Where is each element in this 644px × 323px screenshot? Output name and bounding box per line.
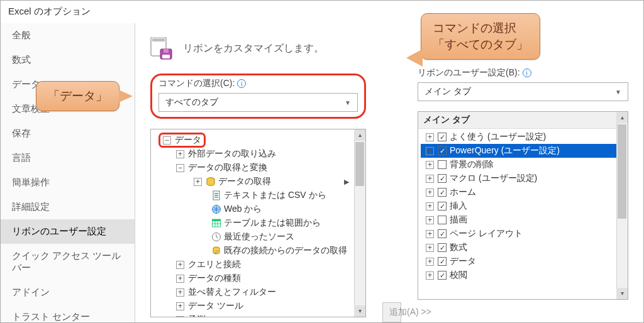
tree-node[interactable]: +✓ページ レイアウト xyxy=(421,227,625,241)
tree-node[interactable]: −データ xyxy=(153,133,363,147)
scroll-up-icon[interactable]: ▴ xyxy=(354,129,365,141)
expand-icon[interactable]: + xyxy=(426,244,434,252)
checkbox[interactable]: ✓ xyxy=(438,174,447,183)
checkbox[interactable]: ✓ xyxy=(438,257,447,266)
scroll-thumb[interactable] xyxy=(355,142,364,186)
tree-node-label: データの種類 xyxy=(188,273,241,284)
choose-commands-combo[interactable]: すべてのタブ ▼ xyxy=(158,93,358,112)
sidebar-item[interactable]: 保存 xyxy=(1,121,135,146)
expand-icon[interactable]: + xyxy=(426,230,434,238)
sidebar-item[interactable]: 簡単操作 xyxy=(1,170,135,195)
tree-node-label: データの取得 xyxy=(218,176,271,187)
sidebar-item[interactable]: トラスト センター xyxy=(1,305,135,323)
sidebar-item[interactable]: アドイン xyxy=(1,280,135,305)
tree-node[interactable]: +データの種類 xyxy=(153,271,363,285)
tree-node[interactable]: 最近使ったソース xyxy=(153,230,363,244)
command-source-group: コマンドの選択(C):i すべてのタブ ▼ xyxy=(150,74,366,119)
tree-node[interactable]: +データ ツール xyxy=(153,299,363,313)
tree-node[interactable]: 既存の接続からのデータの取得 xyxy=(153,244,363,258)
checkbox[interactable]: ✓ xyxy=(438,202,447,211)
scroll-down-icon[interactable]: ▾ xyxy=(354,305,365,317)
scroll-up-icon[interactable]: ▴ xyxy=(616,112,628,123)
chevron-down-icon: ▼ xyxy=(615,89,621,96)
tree-node[interactable]: +データの取得▶ xyxy=(153,175,363,189)
expand-icon[interactable]: + xyxy=(426,189,434,197)
checkbox[interactable]: ✓ xyxy=(438,146,447,155)
add-button[interactable]: 追加(A) >> xyxy=(382,302,401,322)
checkbox[interactable]: ✓ xyxy=(438,133,447,141)
sidebar-item[interactable]: リボンのユーザー設定 xyxy=(1,219,135,244)
sidebar-item[interactable]: 全般 xyxy=(1,23,135,48)
customize-ribbon-combo[interactable]: メイン タブ ▼ xyxy=(418,82,628,101)
customize-ribbon-icon xyxy=(150,37,174,60)
expand-icon[interactable]: + xyxy=(176,316,184,318)
tree-node[interactable]: +✓数式 xyxy=(421,241,625,255)
ribbon-tabs-tree[interactable]: メイン タブ +✓よく使う (ユーザー設定)+✓PowerQuery (ユーザー… xyxy=(418,111,628,300)
expand-icon[interactable]: + xyxy=(426,175,434,183)
tree-node[interactable]: テーブルまたは範囲から xyxy=(153,216,363,230)
annotation-callout-data: 「データ」 xyxy=(36,81,119,111)
tree-node-label: データ xyxy=(450,256,476,267)
expand-icon[interactable]: + xyxy=(426,161,434,169)
scroll-thumb[interactable] xyxy=(618,124,626,219)
tree-node[interactable]: +背景の削除 xyxy=(421,158,625,172)
tree-node-label: ページ レイアウト xyxy=(450,228,523,239)
expand-icon[interactable]: + xyxy=(426,133,434,141)
tree-node[interactable]: +予測 xyxy=(153,313,363,317)
sidebar-item[interactable]: 詳細設定 xyxy=(1,195,135,219)
scrollbar[interactable]: ▴ ▾ xyxy=(354,129,365,317)
expand-icon[interactable]: + xyxy=(194,178,202,186)
expand-icon[interactable]: + xyxy=(426,258,434,266)
chevron-down-icon: ▼ xyxy=(345,99,351,106)
tree-node[interactable]: +並べ替えとフィルター xyxy=(153,285,363,299)
tree-node[interactable]: Web から xyxy=(153,202,363,216)
tree-node[interactable]: +外部データの取り込み xyxy=(153,147,363,161)
expand-icon[interactable]: − xyxy=(176,164,184,172)
checkbox[interactable] xyxy=(438,160,447,169)
svg-rect-7 xyxy=(214,193,218,194)
tree-node[interactable]: +クエリと接続 xyxy=(153,258,363,271)
tree-node[interactable]: +描画 xyxy=(421,213,625,227)
sidebar-item[interactable]: クイック アクセス ツール バー xyxy=(1,244,135,280)
checkbox[interactable]: ✓ xyxy=(438,188,447,197)
tree-node[interactable]: +✓ホーム xyxy=(421,185,625,199)
tree-node[interactable]: +✓挿入 xyxy=(421,199,625,213)
scroll-down-icon[interactable]: ▾ xyxy=(616,288,628,299)
expand-icon[interactable]: + xyxy=(426,202,434,211)
expand-icon[interactable]: + xyxy=(426,147,434,155)
expand-icon[interactable]: + xyxy=(176,261,184,269)
expand-icon[interactable]: + xyxy=(176,288,184,297)
checkbox[interactable] xyxy=(438,216,447,224)
sidebar-item[interactable]: 数式 xyxy=(1,48,135,72)
info-icon[interactable]: i xyxy=(237,79,246,88)
body: 全般数式データ文章校正保存言語簡単操作詳細設定リボンのユーザー設定クイック アク… xyxy=(1,23,643,322)
checkbox[interactable]: ✓ xyxy=(438,271,447,280)
tree-node[interactable]: −データの取得と変換 xyxy=(153,161,363,175)
expand-icon[interactable]: + xyxy=(426,216,434,224)
sidebar-item[interactable]: 言語 xyxy=(1,146,135,170)
checkbox[interactable]: ✓ xyxy=(438,229,447,238)
tree-node[interactable]: +✓データ xyxy=(421,255,625,268)
expand-icon[interactable]: + xyxy=(426,271,434,280)
globe-icon xyxy=(211,204,221,214)
tree-node[interactable]: +✓マクロ (ユーザー設定) xyxy=(421,172,625,185)
expand-icon[interactable]: + xyxy=(176,275,184,283)
scrollbar[interactable]: ▴ ▾ xyxy=(616,112,628,299)
commands-tree[interactable]: −データ+外部データの取り込み−データの取得と変換+データの取得▶テキストまたは… xyxy=(150,129,366,317)
tree-header: メイン タブ xyxy=(418,112,628,129)
tree-node[interactable]: +✓PowerQuery (ユーザー設定) xyxy=(421,144,625,158)
window-title: Excel のオプション xyxy=(1,1,643,23)
svg-rect-8 xyxy=(214,195,218,196)
checkbox[interactable]: ✓ xyxy=(438,243,447,252)
info-icon[interactable]: i xyxy=(523,68,531,77)
expand-icon[interactable]: + xyxy=(176,150,184,158)
expand-icon[interactable]: + xyxy=(176,302,184,310)
tree-node-label: マクロ (ユーザー設定) xyxy=(450,173,537,184)
customize-ribbon-label: リボンのユーザー設定(B):i xyxy=(418,67,628,79)
tree-node[interactable]: テキストまたは CSV から xyxy=(153,189,363,202)
tree-node[interactable]: +✓よく使う (ユーザー設定) xyxy=(421,130,625,144)
annotation-callout-tabs: コマンドの選択 「すべてのタブ」 xyxy=(421,13,540,60)
tree-node-label: 外部データの取り込み xyxy=(188,148,276,160)
expand-icon[interactable]: − xyxy=(163,136,171,145)
tree-node[interactable]: +✓校閲 xyxy=(421,268,625,282)
